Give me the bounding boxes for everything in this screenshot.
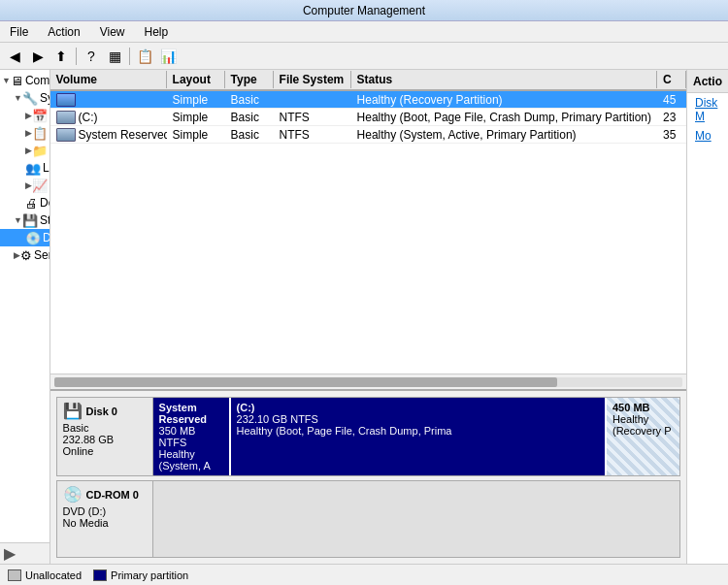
cell-cap-1: 23 (657, 110, 686, 125)
col-capacity-label: C (663, 73, 672, 86)
volume-label-1: (C:) (79, 111, 98, 124)
h-scroll-thumb[interactable] (54, 377, 557, 387)
toggle-root[interactable]: ▼ (2, 75, 11, 86)
action-panel-header: Actio (687, 70, 728, 93)
menu-file[interactable]: File (4, 23, 34, 41)
disk-status-0: Online (63, 445, 147, 457)
col-capacity[interactable]: C (657, 71, 686, 88)
col-status[interactable]: Status (351, 71, 657, 88)
disk-type-0: Basic (63, 422, 147, 434)
legend-bar: Unallocated Primary partition (0, 564, 728, 585)
tree-item-taskscheduler[interactable]: ▶ 📅 Task Scheduler (0, 107, 50, 124)
action-panel-item-more[interactable]: Mo (687, 126, 728, 146)
icon-sharedfolders: 📁 (32, 144, 48, 158)
disk-partitions-0: System Reserved 350 MB NTFS Healthy (Sys… (153, 397, 680, 476)
label-root: Computer Management (Local (25, 74, 50, 87)
table-body[interactable]: Simple Basic Healthy (Recovery Partition… (50, 91, 686, 374)
col-filesystem[interactable]: File System (274, 71, 351, 88)
col-type[interactable]: Type (225, 71, 274, 88)
toolbar-forward[interactable]: ▶ (27, 46, 49, 67)
toolbar-grid[interactable]: ▦ (104, 46, 125, 67)
toggle-servicesapps[interactable]: ▶ (14, 249, 20, 261)
col-status-label: Status (357, 73, 393, 86)
left-panel: ▼ 🖥 Computer Management (Local ▼ 🔧 Syste… (0, 70, 50, 564)
cell-cap-2: 35 (657, 127, 686, 143)
partition-sysreserved-name: System Reserved (159, 402, 223, 425)
tree-item-localusers[interactable]: 👥 Local Users and Groups (0, 159, 50, 177)
label-devicemanager: Device Manager (40, 196, 50, 210)
icon-root: 🖥 (11, 74, 23, 88)
disk-icon-cdrom: 💿 (63, 485, 83, 504)
toggle-sharedfolders[interactable]: ▶ (25, 145, 32, 156)
toolbar-up[interactable]: ⬆ (50, 46, 72, 67)
volume-icon-0 (56, 93, 76, 107)
action-panel-item-diskmgmt[interactable]: Disk M (687, 93, 728, 126)
toolbar-sep-1 (76, 48, 77, 65)
table-row[interactable]: Simple Basic Healthy (Recovery Partition… (50, 91, 686, 109)
toolbar: ◀ ▶ ⬆ ? ▦ 📋 📊 (0, 43, 728, 70)
label-diskmgmt: Disk Management (43, 231, 50, 244)
table-row[interactable]: System Reserved Simple Basic NTFS Health… (50, 126, 686, 144)
col-volume-label: Volume (56, 73, 97, 86)
toggle-performance[interactable]: ▶ (25, 179, 32, 191)
toolbar-help[interactable]: ? (81, 46, 102, 67)
h-scroll-track[interactable] (54, 377, 682, 387)
menu-help[interactable]: Help (139, 23, 175, 41)
tree-item-devicemanager[interactable]: 🖨 Device Manager (0, 194, 50, 211)
tree-item-storage[interactable]: ▼ 💾 Storage (0, 211, 50, 229)
partition-c[interactable]: (C:) 232.10 GB NTFS Healthy (Boot, Page … (231, 398, 607, 475)
action-panel: Actio Disk M Mo (686, 70, 728, 564)
legend-label-unallocated: Unallocated (25, 569, 82, 581)
tree-item-servicesapps[interactable]: ▶ ⚙ Services and Applications (0, 246, 50, 264)
toolbar-export[interactable]: 📋 (134, 46, 155, 67)
volume-label-2: System Reserved (79, 128, 167, 142)
partition-recovery[interactable]: 450 MB Healthy (Recovery P (607, 398, 679, 475)
action-panel-title: Actio (693, 75, 722, 88)
menu-view[interactable]: View (94, 23, 131, 41)
toggle-systemtools[interactable]: ▼ (14, 92, 22, 104)
tree-item-root[interactable]: ▼ 🖥 Computer Management (Local (0, 72, 50, 89)
label-systemtools: System Tools (40, 91, 50, 105)
cell-layout-0: Simple (167, 92, 225, 108)
tree-item-sharedfolders[interactable]: ▶ 📁 Shared Folders (0, 142, 50, 159)
tree-container[interactable]: ▼ 🖥 Computer Management (Local ▼ 🔧 Syste… (0, 70, 50, 542)
tree-item-eventviewer[interactable]: ▶ 📋 Event Viewer (0, 124, 50, 142)
col-layout[interactable]: Layout (167, 71, 225, 88)
disk-name-0: Disk 0 (86, 406, 117, 417)
toolbar-chart[interactable]: 📊 (157, 46, 179, 67)
table-row[interactable]: (C:) Simple Basic NTFS Healthy (Boot, Pa… (50, 109, 686, 126)
icon-localusers: 👥 (25, 161, 41, 176)
toolbar-sep-2 (129, 48, 130, 65)
disk-partitions-cdrom (153, 480, 680, 558)
disk-icon-0: 💾 (63, 402, 83, 420)
partition-recovery-status: Healthy (Recovery P (612, 413, 674, 437)
table-header: Volume Layout Type File System Status C (50, 70, 686, 91)
disk-name-cdrom: CD-ROM 0 (86, 489, 139, 501)
tree-item-performance[interactable]: ▶ 📈 Performance (0, 177, 50, 194)
cell-layout-2: Simple (167, 127, 225, 143)
cell-volume-2: System Reserved (50, 127, 167, 143)
disk-status-cdrom: No Media (63, 517, 147, 529)
icon-storage: 💾 (22, 213, 38, 228)
partition-sysreserved-size: 350 MB NTFS (159, 425, 223, 448)
left-panel-scroll-right[interactable]: ▶ (4, 544, 16, 563)
h-scrollbar[interactable] (50, 374, 686, 389)
disk-type-cdrom: DVD (D:) (63, 505, 147, 517)
toggle-eventviewer[interactable]: ▶ (25, 127, 32, 139)
cell-type-1: Basic (225, 110, 274, 125)
icon-diskmgmt: 💿 (25, 231, 41, 245)
icon-eventviewer: 📋 (32, 126, 48, 141)
col-volume[interactable]: Volume (50, 71, 167, 88)
title-bar: Computer Management (0, 0, 728, 21)
menu-action[interactable]: Action (42, 23, 85, 41)
toggle-storage[interactable]: ▼ (14, 214, 22, 226)
toolbar-back[interactable]: ◀ (4, 46, 25, 67)
volume-icon-2 (56, 128, 76, 142)
partition-sysreserved[interactable]: System Reserved 350 MB NTFS Healthy (Sys… (153, 398, 231, 475)
toggle-taskscheduler[interactable]: ▶ (25, 110, 32, 121)
tree-item-diskmgmt[interactable]: 💿 Disk Management (0, 229, 50, 246)
cell-cap-0: 45 (657, 92, 686, 108)
cell-layout-1: Simple (167, 110, 225, 125)
legend-unallocated: Unallocated (8, 569, 82, 581)
tree-item-systemtools[interactable]: ▼ 🔧 System Tools (0, 89, 50, 107)
